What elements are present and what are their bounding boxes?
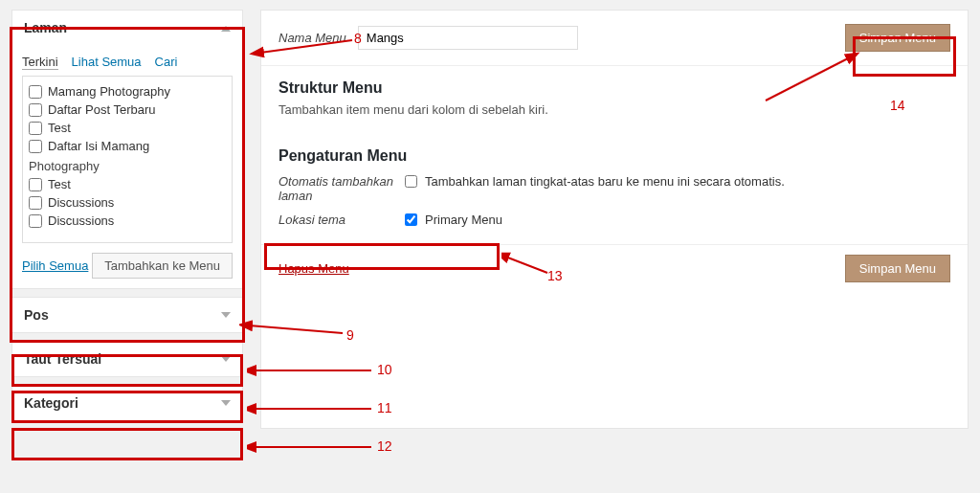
list-item[interactable]: Test [29,175,226,193]
panel-pos: Pos [11,297,243,333]
panel-header-pos[interactable]: Pos [12,298,242,332]
list-item[interactable]: Mamang Photography [29,82,226,101]
menu-name-input[interactable] [358,26,578,50]
list-item[interactable]: Test [29,119,226,137]
tab-cari[interactable]: Cari [155,55,178,70]
lokasi-label: Lokasi tema [278,213,393,227]
list-item-label: Test [48,121,71,135]
auto-add-label: Otomatis tambahkan laman [278,174,393,203]
auto-add-desc: Tambahkan laman tingkat-atas baru ke men… [425,174,785,189]
panel-taut: Taut Tersuai [11,341,243,377]
list-subtitle: Photography [29,155,226,175]
list-item-label: Test [48,177,71,191]
panel-header-kategori[interactable]: Kategori [12,386,242,420]
menu-name-label: Nama Menu [278,31,346,45]
chevron-down-icon [221,400,231,411]
chevron-down-icon [221,356,231,367]
list-item[interactable]: Discussions [29,212,226,230]
chevron-up-icon [221,21,231,32]
auto-add-checkbox[interactable] [405,175,417,188]
list-item-label: Daftar Isi Mamang [48,139,149,153]
main-panel: Nama Menu Simpan Menu Struktur Menu Tamb… [260,10,969,429]
checkbox[interactable] [29,140,42,153]
list-item-label: Discussions [48,213,114,228]
checkbox[interactable] [29,214,42,228]
pengaturan-title: Pengaturan Menu [278,147,950,165]
add-to-menu-button[interactable]: Tambahkan ke Menu [92,253,233,279]
annotation-number-12: 12 [377,438,392,454]
panel-kategori: Kategori [11,385,243,421]
tab-lihat-semua[interactable]: Lihat Semua [72,55,142,70]
list-item-label: Discussions [48,195,114,210]
select-all-link[interactable]: Pilih Semua [22,258,88,273]
panel-title-laman: Laman [24,20,67,35]
checkbox[interactable] [29,85,42,99]
chevron-down-icon [221,312,231,323]
list-item-label: Mamang Photography [48,84,170,99]
panel-header-taut[interactable]: Taut Tersuai [12,342,242,376]
laman-tabs: Terkini Lihat Semua Cari [22,55,233,70]
checkbox[interactable] [29,103,42,117]
panel-title-kategori: Kategori [24,395,78,411]
tab-terkini[interactable]: Terkini [22,55,58,70]
list-item-label: Daftar Post Terbaru [48,102,155,117]
list-item[interactable]: Daftar Isi Mamang [29,137,226,155]
delete-menu-link[interactable]: Hapus Menu [278,261,349,276]
panel-laman: Laman Terkini Lihat Semua Cari Mamang Ph… [11,10,243,289]
panel-header-laman[interactable]: Laman [12,11,242,45]
checkbox[interactable] [29,196,42,210]
lokasi-checkbox[interactable] [405,213,417,226]
annotation-arrow [247,438,381,456]
struktur-title: Struktur Menu [278,79,950,97]
panel-title-taut: Taut Tersuai [24,351,101,367]
save-menu-button-top[interactable]: Simpan Menu [845,24,950,52]
laman-list[interactable]: Mamang Photography Daftar Post Terbaru T… [22,76,233,243]
checkbox[interactable] [29,178,42,191]
panel-body-laman: Terkini Lihat Semua Cari Mamang Photogra… [12,45,242,288]
lokasi-option: Primary Menu [425,213,502,227]
list-item[interactable]: Discussions [29,193,226,212]
list-item[interactable]: Daftar Post Terbaru [29,101,226,119]
panel-title-pos: Pos [24,307,49,323]
save-menu-button-bottom[interactable]: Simpan Menu [845,255,950,282]
struktur-desc: Tambahkan item menu dari kolom di sebela… [278,102,950,117]
checkbox[interactable] [29,122,42,135]
